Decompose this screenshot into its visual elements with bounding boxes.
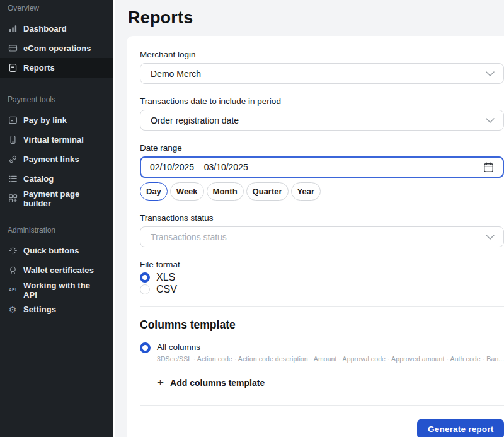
all-columns-description: 3DSec/SSL · Action code · Action code de… <box>157 355 504 363</box>
report-form-card: Merchant login Demo Merch Transactions d… <box>127 36 504 437</box>
add-columns-template-button[interactable]: + Add columns template <box>157 378 504 388</box>
sidebar-section-payment-tools: Payment tools Pay by link Virtual termin… <box>0 94 113 208</box>
merchant-login-value: Demo Merch <box>151 69 486 79</box>
sidebar-item-label: Working with the API <box>23 281 106 300</box>
sidebar-item-settings[interactable]: ⚙ Settings <box>0 300 113 319</box>
sidebar-item-dashboard[interactable]: Dashboard <box>0 19 113 38</box>
transactions-date-label: Transactions date to include in period <box>140 96 504 106</box>
api-icon: API <box>8 285 18 295</box>
sidebar-item-label: Dashboard <box>23 24 67 33</box>
sidebar-item-virtual-terminal[interactable]: Virtual terminal <box>0 130 113 149</box>
sidebar-section-title: Payment tools <box>0 94 113 110</box>
file-format-group: File format XLS CSV <box>140 260 504 295</box>
document-icon <box>8 63 18 73</box>
period-pill-week[interactable]: Week <box>170 182 204 201</box>
transactions-status-field: Transactions status Transactions status <box>140 213 504 247</box>
sidebar-section-administration: Administration Quick buttons Wallet cert… <box>0 224 113 319</box>
sidebar-item-pay-by-link[interactable]: Pay by link <box>0 110 113 130</box>
transactions-status-select[interactable]: Transactions status <box>140 226 504 247</box>
merchant-login-select[interactable]: Demo Merch <box>140 63 504 84</box>
sidebar-item-label: eCom operations <box>23 44 91 53</box>
date-range-input[interactable] <box>140 156 504 178</box>
sidebar-item-label: Virtual terminal <box>23 135 84 144</box>
merchant-login-field: Merchant login Demo Merch <box>140 50 504 84</box>
sidebar-item-label: Catalog <box>23 174 54 184</box>
period-pill-quarter[interactable]: Quarter <box>246 182 289 201</box>
list-icon <box>8 174 18 184</box>
add-columns-template-label: Add columns template <box>170 378 265 388</box>
sidebar-section-overview: Overview Dashboard eCom operations Repor… <box>0 3 113 78</box>
sidebar-item-ecom-operations[interactable]: eCom operations <box>0 38 113 58</box>
section-divider <box>140 306 504 307</box>
sidebar-section-title: Overview <box>0 3 113 19</box>
date-range-value[interactable] <box>150 162 483 172</box>
transactions-date-value: Order registration date <box>151 115 486 125</box>
sidebar-item-payment-links[interactable]: Payment links <box>0 149 113 169</box>
period-pill-month[interactable]: Month <box>207 182 244 201</box>
sidebar-item-label: Quick buttons <box>23 246 79 255</box>
all-columns-radio[interactable]: All columns 3DSec/SSL · Action code · Ac… <box>140 342 504 363</box>
file-format-label: File format <box>140 260 504 269</box>
date-range-label: Date range <box>140 143 504 153</box>
all-columns-label: All columns <box>157 342 504 353</box>
date-range-field: Date range <box>140 143 504 178</box>
pay-by-link-icon <box>8 115 18 125</box>
sidebar-item-label: Payment links <box>23 154 79 164</box>
file-format-radio-csv[interactable]: CSV <box>140 283 504 295</box>
plus-icon: + <box>157 378 164 388</box>
sidebar-section-title: Administration <box>0 224 113 241</box>
sidebar-item-label: Reports <box>23 63 55 73</box>
sidebar-item-quick-buttons[interactable]: Quick buttons <box>0 241 113 260</box>
chevron-down-icon <box>486 118 495 123</box>
columns-template-heading: Columns template <box>140 318 504 332</box>
card-icon <box>8 44 18 54</box>
sidebar-item-label: Pay by link <box>23 115 67 125</box>
bar-chart-icon <box>8 24 18 34</box>
sidebar-item-payment-page-builder[interactable]: Payment page builder <box>0 189 113 208</box>
file-format-option-label: XLS <box>156 272 175 283</box>
calendar-icon[interactable] <box>483 162 494 173</box>
sidebar-item-wallet-certificates[interactable]: Wallet certificates <box>0 260 113 280</box>
radio-selected-icon <box>140 342 151 353</box>
chevron-down-icon <box>486 71 495 76</box>
transactions-date-field: Transactions date to include in period O… <box>140 96 504 131</box>
radio-unselected-icon <box>140 284 150 294</box>
transactions-status-placeholder: Transactions status <box>151 232 486 242</box>
footer-actions: Generate report <box>140 419 504 437</box>
main-content: Reports Merchant login Demo Merch Transa… <box>115 0 504 437</box>
sidebar-item-reports[interactable]: Reports <box>0 58 113 78</box>
chevron-down-icon <box>486 235 495 240</box>
sidebar-item-label: Wallet certificates <box>23 265 94 275</box>
period-pill-year[interactable]: Year <box>291 182 321 201</box>
merchant-login-label: Merchant login <box>140 50 504 59</box>
sidebar-item-catalog[interactable]: Catalog <box>0 169 113 189</box>
mobile-icon <box>8 135 18 145</box>
link-icon <box>8 154 18 165</box>
file-format-radio-xls[interactable]: XLS <box>140 271 504 283</box>
file-format-option-label: CSV <box>156 284 177 295</box>
sidebar-item-label: Settings <box>23 305 56 314</box>
sparkle-icon <box>8 246 18 256</box>
badge-icon <box>8 265 18 276</box>
page-title: Reports <box>128 8 504 28</box>
period-pill-group: Day Week Month Quarter Year <box>140 182 504 201</box>
transactions-date-select[interactable]: Order registration date <box>140 110 504 131</box>
generate-report-button[interactable]: Generate report <box>417 419 504 437</box>
sidebar: Overview Dashboard eCom operations Repor… <box>0 0 113 437</box>
period-pill-day[interactable]: Day <box>140 182 168 201</box>
all-columns-text: All columns 3DSec/SSL · Action code · Ac… <box>157 342 504 363</box>
footer-divider <box>140 405 504 406</box>
gear-icon: ⚙ <box>8 305 18 315</box>
transactions-status-label: Transactions status <box>140 213 504 223</box>
sidebar-item-label: Payment page builder <box>23 189 106 208</box>
radio-selected-icon <box>140 272 150 283</box>
sidebar-item-working-with-the-api[interactable]: API Working with the API <box>0 280 113 300</box>
grid-plus-icon <box>8 194 18 204</box>
